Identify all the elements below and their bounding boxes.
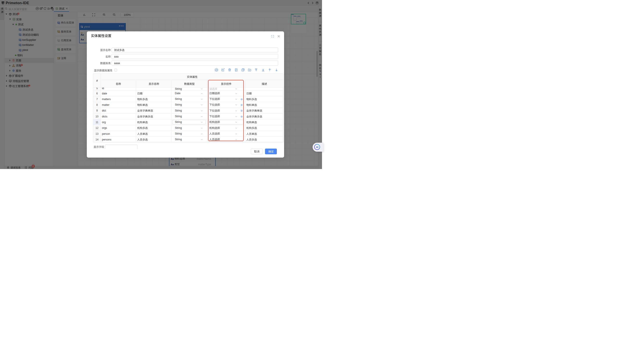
svg-text:Ai: Ai bbox=[316, 146, 318, 148]
